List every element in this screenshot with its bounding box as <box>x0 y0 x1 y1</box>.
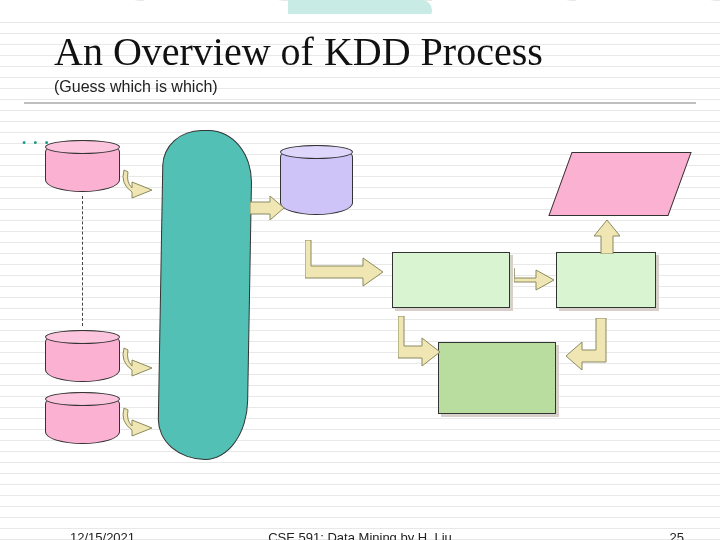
process-box <box>556 252 656 308</box>
arrow-icon <box>398 316 442 368</box>
process-box <box>438 342 556 414</box>
title-underline <box>24 102 696 104</box>
bullet-dots-icon: • • • <box>22 136 51 151</box>
arrow-icon <box>122 168 162 204</box>
process-box <box>392 252 510 308</box>
arrow-icon <box>122 406 162 442</box>
tab-deco <box>432 0 576 14</box>
arrow-icon <box>514 268 554 292</box>
slide-subtitle: (Guess which is which) <box>54 78 218 96</box>
tab-deco <box>288 0 432 14</box>
arrow-icon <box>594 220 620 254</box>
svg-marker-0 <box>250 196 284 220</box>
database-cylinder <box>45 392 120 444</box>
output-parallelogram <box>548 152 691 216</box>
tab-deco <box>0 0 144 14</box>
tab-deco <box>576 0 720 14</box>
target-blob <box>157 130 253 460</box>
arrow-icon <box>305 240 385 288</box>
database-cylinder <box>45 140 120 192</box>
svg-marker-1 <box>594 220 620 254</box>
database-cylinder <box>45 330 120 382</box>
slide-title: An Overview of KDD Process <box>54 28 543 75</box>
dashed-connector <box>82 196 83 326</box>
arrow-icon <box>250 196 284 220</box>
warehouse-cylinder <box>280 145 353 215</box>
arrow-icon <box>566 318 612 374</box>
top-decorative-tabs <box>0 0 720 14</box>
footer-page: 25 <box>670 530 684 540</box>
arrow-icon <box>122 346 162 382</box>
tab-deco <box>144 0 288 14</box>
footer-course: CSE 591: Data Mining by H. Liu <box>268 530 452 540</box>
footer-date: 12/15/2021 <box>70 530 135 540</box>
